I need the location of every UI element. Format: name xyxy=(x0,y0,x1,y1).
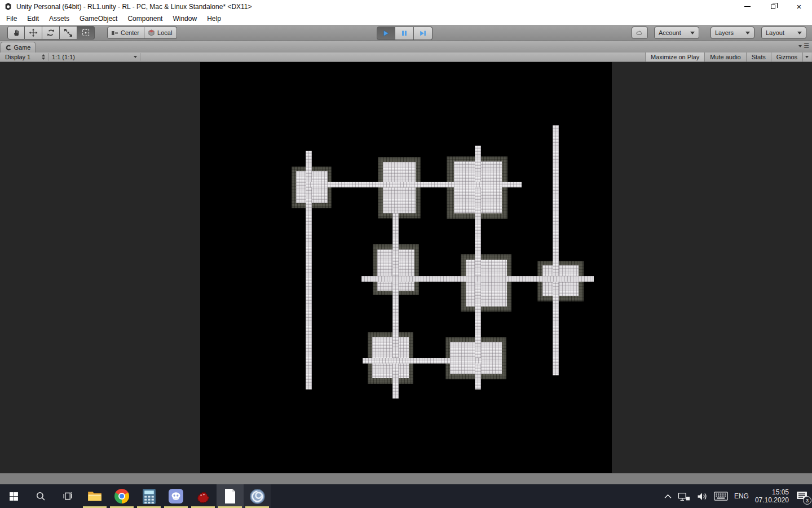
pivot-controls: Center Local xyxy=(107,27,177,39)
minimize-button[interactable] xyxy=(734,0,760,13)
menu-component[interactable]: Component xyxy=(122,13,167,25)
space-local-label: Local xyxy=(157,29,172,36)
close-button[interactable]: × xyxy=(786,0,812,13)
task-view-button[interactable] xyxy=(54,484,81,508)
red-creature-app-button[interactable] xyxy=(189,484,217,508)
search-button[interactable] xyxy=(27,484,54,508)
task-view-icon xyxy=(63,491,73,501)
display-dropdown[interactable]: Display 1 xyxy=(2,53,48,61)
aspect-dropdown[interactable]: 1:1 (1:1) xyxy=(49,53,140,61)
system-tray: ENG 15:05 07.10.2020 3 xyxy=(664,484,809,508)
mute-audio-label: Mute audio xyxy=(710,54,740,60)
maximize-on-play-button[interactable]: Maximize on Play xyxy=(645,52,704,62)
window-title: Unity Personal (64bit) - RL1.unity - RL … xyxy=(16,3,252,11)
updown-arrows-icon xyxy=(42,54,45,60)
space-local-button[interactable]: Local xyxy=(144,27,177,39)
swirl-icon xyxy=(250,489,265,504)
room-floor xyxy=(466,260,507,306)
transform-tools xyxy=(7,26,95,40)
document-app-button[interactable] xyxy=(217,484,244,508)
file-explorer-icon xyxy=(87,490,102,502)
menu-file[interactable]: File xyxy=(1,13,22,25)
chevron-down-icon xyxy=(797,32,802,34)
restore-icon xyxy=(771,5,775,9)
account-label: Account xyxy=(659,29,681,36)
start-button[interactable] xyxy=(0,484,27,508)
mute-audio-button[interactable]: Mute audio xyxy=(704,52,745,62)
space-local-icon xyxy=(148,29,155,37)
unity-toolbar: Center Local Account Layers xyxy=(0,25,812,41)
game-view-tabbar: Game ☰ xyxy=(0,41,812,52)
clock-time: 15:05 xyxy=(755,488,789,496)
rect-tool-button[interactable] xyxy=(77,26,95,40)
layers-dropdown[interactable]: Layers xyxy=(710,27,754,39)
gizmos-button[interactable]: Gizmos xyxy=(771,52,802,62)
layers-label: Layers xyxy=(715,29,734,36)
document-icon xyxy=(224,488,236,504)
notification-count-badge: 3 xyxy=(803,496,811,505)
pivot-center-button[interactable]: Center xyxy=(107,27,144,39)
corridor xyxy=(361,276,594,282)
rect-icon xyxy=(81,28,90,37)
scale-tool-button[interactable] xyxy=(60,26,77,40)
window-bottom-strip xyxy=(0,473,812,484)
tab-options-button[interactable]: ☰ xyxy=(798,43,809,49)
pivot-center-icon xyxy=(111,29,118,37)
gizmos-label: Gizmos xyxy=(776,54,797,60)
corridor xyxy=(553,125,559,375)
step-icon xyxy=(419,29,427,37)
pause-button[interactable] xyxy=(395,27,414,40)
corridor xyxy=(310,182,522,187)
menu-assets[interactable]: Assets xyxy=(44,13,74,25)
swirl-app-button[interactable] xyxy=(244,484,271,508)
move-icon xyxy=(29,28,38,37)
step-button[interactable] xyxy=(414,27,433,40)
play-icon xyxy=(382,29,390,37)
corridor xyxy=(392,213,399,398)
tab-game[interactable]: Game xyxy=(1,42,36,52)
chrome-icon xyxy=(114,489,129,503)
chevron-down-icon xyxy=(690,32,695,34)
discord-button[interactable] xyxy=(162,484,189,508)
cloud-icon xyxy=(636,29,643,36)
stats-button[interactable]: Stats xyxy=(746,52,771,62)
language-indicator[interactable]: ENG xyxy=(734,492,749,500)
volume-icon[interactable] xyxy=(696,492,708,501)
gizmos-dropdown-arrow[interactable] xyxy=(802,52,811,62)
game-view-icon xyxy=(6,45,12,51)
layout-dropdown[interactable]: Layout xyxy=(761,27,806,39)
windows-taskbar: ENG 15:05 07.10.2020 3 xyxy=(0,484,812,508)
menu-gameobject[interactable]: GameObject xyxy=(74,13,122,25)
file-explorer-button[interactable] xyxy=(81,484,108,508)
tray-chevron-up-icon[interactable] xyxy=(664,494,672,499)
game-render-surface[interactable] xyxy=(200,62,612,473)
game-view-toggles: Maximize on Play Mute audio Stats Gizmos xyxy=(645,52,811,62)
calculator-button[interactable] xyxy=(135,484,162,508)
network-icon[interactable] xyxy=(678,492,690,501)
close-icon: × xyxy=(797,2,802,11)
search-icon xyxy=(36,491,46,501)
menu-help[interactable]: Help xyxy=(202,13,226,25)
play-button[interactable] xyxy=(377,27,395,40)
clock[interactable]: 15:05 07.10.2020 xyxy=(755,488,789,504)
account-dropdown[interactable]: Account xyxy=(654,27,699,39)
restore-button[interactable] xyxy=(760,0,786,13)
red-creature-icon xyxy=(195,488,211,504)
display-label: Display 1 xyxy=(5,54,30,60)
rotate-tool-button[interactable] xyxy=(42,26,60,40)
hand-tool-button[interactable] xyxy=(7,26,25,40)
unity-logo-icon xyxy=(4,2,12,11)
menu-edit[interactable]: Edit xyxy=(22,13,44,25)
titlebar: Unity Personal (64bit) - RL1.unity - RL … xyxy=(0,0,812,13)
chrome-button[interactable] xyxy=(108,484,135,508)
pivot-center-label: Center xyxy=(121,29,139,36)
chevron-down-icon xyxy=(134,56,137,58)
move-tool-button[interactable] xyxy=(25,26,42,40)
cloud-services-button[interactable] xyxy=(632,27,648,39)
menu-window[interactable]: Window xyxy=(167,13,202,25)
calculator-icon xyxy=(143,489,156,504)
scale-icon xyxy=(64,28,73,37)
maximize-on-play-label: Maximize on Play xyxy=(651,54,699,60)
notifications-button[interactable]: 3 xyxy=(795,489,809,503)
touch-keyboard-icon[interactable] xyxy=(714,492,728,501)
